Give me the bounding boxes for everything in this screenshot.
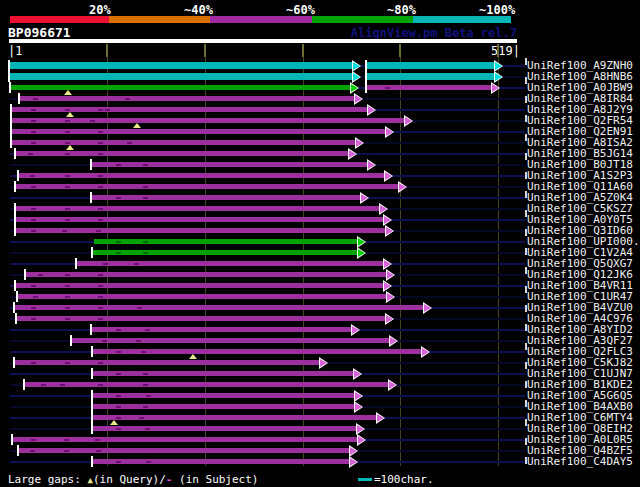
subject-gap-break [65,318,70,320]
hit-bar[interactable] [16,217,385,222]
hit-arrow-fill-icon [368,106,375,114]
hit-bar[interactable] [92,162,369,167]
subject-gap-break [137,307,142,309]
hit-bar[interactable] [93,426,358,431]
hit-bar[interactable] [25,382,390,387]
subject-start-tick [15,313,17,324]
hit-bar[interactable] [93,404,356,409]
subject-start-tick [17,445,19,456]
subject-start-tick [365,82,367,93]
key-label-~80%: ~80% [387,3,416,16]
subject-start-tick [90,192,92,203]
subject-gap-break [98,142,103,144]
subject-gap-break [65,153,70,155]
subject-gap-break [116,373,121,375]
hit-bar[interactable] [93,415,378,420]
hit-arrow-fill-icon [352,326,359,334]
hit-bar[interactable] [16,184,400,189]
subject-gap-break [98,307,103,309]
subject-gap-break [98,208,103,210]
hit-arrow-fill-icon [350,447,357,455]
subject-gap-break [96,450,101,452]
ruler-tick [497,44,499,57]
subject-gap-break [65,362,70,364]
subject-start-tick [13,302,15,313]
hit-arrow-fill-icon [384,282,391,290]
subject-gap-break [116,417,121,419]
subject-gap-break [143,164,148,166]
key-segment-~80% [312,16,413,23]
hit-bar[interactable] [17,316,387,321]
ruler-tick [204,44,206,57]
hit-bar[interactable] [72,338,391,343]
hit-bar[interactable] [18,294,388,299]
subject-gap-break [143,373,148,375]
hit-arrow-fill-icon [399,183,406,191]
hit-arrow-fill-icon [495,73,502,81]
hit-bar[interactable] [19,173,386,178]
hit-bar[interactable] [20,96,356,101]
subject-gap-break [65,142,70,144]
subject-gap-break [116,164,121,166]
subject-gap-break [31,362,36,364]
subject-start-tick [91,390,93,401]
subject-gap-break [98,362,103,364]
hit-bar[interactable] [93,393,356,398]
subject-gap-break [98,131,103,133]
subject-gap-break [102,340,107,342]
hit-arrow-fill-icon [384,260,391,268]
hit-bar[interactable] [16,206,381,211]
hit-bar[interactable] [367,73,496,80]
hit-bar[interactable] [92,327,353,332]
subject-gap-break [98,384,103,386]
subject-start-tick [14,225,16,236]
subject-gap-break [139,417,144,419]
subject-gap-break [141,351,146,353]
hit-bar[interactable] [93,250,359,255]
subject-gap-break [98,296,103,298]
subject-start-tick [16,291,18,302]
subject-gap-break [31,439,36,441]
subject-gap-break [31,186,36,188]
subject-gap-break [65,307,70,309]
hit-arrow-fill-icon [355,403,362,411]
hit-bar[interactable] [367,62,496,69]
subject-gap-break [134,263,139,265]
hit-bar[interactable] [92,195,362,200]
hit-arrow-fill-icon [390,337,397,345]
subject-gap-break [116,329,121,331]
subject-gap-break [143,197,148,199]
hit-bar[interactable] [77,261,385,266]
hit-arrow-fill-icon [422,348,429,356]
subject-gap-break [30,450,35,452]
hit-bar[interactable] [12,140,357,145]
subject-start-tick [14,148,16,159]
subject-gap-break [143,406,148,408]
subject-gap-break [143,384,148,386]
subject-gap-break [385,87,390,89]
hit-label[interactable]: UniRef100_C4DAY5 [527,455,633,468]
hit-bar[interactable] [94,239,359,244]
subject-gap-break [62,230,67,232]
app-watermark: AlignView.pm Beta rel.7 [351,26,517,40]
hit-bar[interactable] [10,73,354,80]
hit-bar[interactable] [93,371,355,376]
hit-bar[interactable] [26,272,388,277]
subject-start-tick [90,324,92,335]
hit-bar[interactable] [15,305,425,310]
hit-bar[interactable] [15,360,321,365]
hit-bar[interactable] [93,459,351,464]
subject-gap-break [98,219,103,221]
hit-bar[interactable] [16,228,387,233]
hit-bar[interactable] [10,62,354,69]
hit-bar[interactable] [11,85,352,90]
subject-gap-break [31,307,36,309]
hit-arrow-fill-icon [386,227,393,235]
hit-bar[interactable] [12,118,406,123]
alignment-row: UniRef100_C4DAY5 [0,456,640,468]
subject-gap-break [116,406,121,408]
subject-gap-break [33,296,38,298]
scale-label: =100char. [374,473,434,486]
hit-bar[interactable] [16,283,385,288]
ruler-tick [302,44,304,57]
